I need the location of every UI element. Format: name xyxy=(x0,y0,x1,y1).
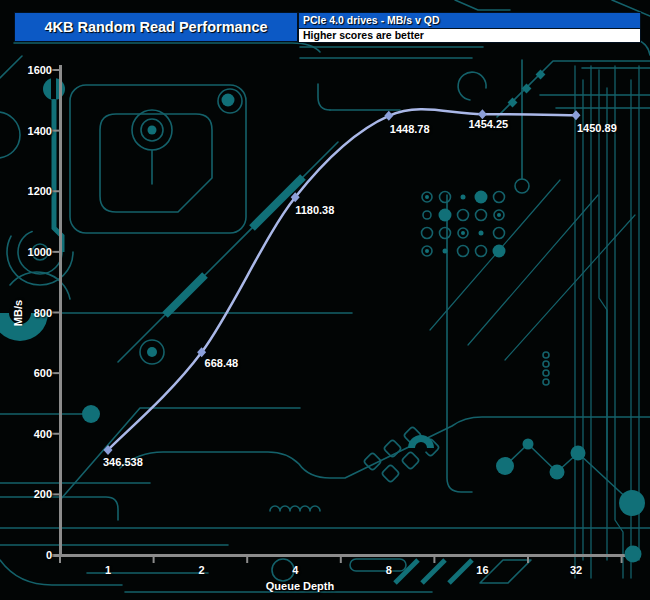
axes xyxy=(52,65,642,563)
data-label: 1450.89 xyxy=(577,122,617,135)
chart-subtitle: PCIe 4.0 drives - MB/s v QD xyxy=(298,12,641,28)
x-axis-title: Queue Depth xyxy=(210,580,390,592)
series-marker xyxy=(384,111,393,121)
x-tick-label: 32 xyxy=(556,563,596,577)
chart-subtitle-box: PCIe 4.0 drives - MB/s v QD Higher score… xyxy=(298,12,641,43)
series-line xyxy=(108,109,576,450)
chart-note: Higher scores are better xyxy=(298,28,641,43)
y-tick-label: 1000 xyxy=(14,245,52,259)
data-label: 1454.25 xyxy=(468,118,508,131)
x-tick-label: 2 xyxy=(182,563,222,577)
axis-end-pad xyxy=(625,546,642,563)
axis-tick-marks xyxy=(52,70,622,563)
data-label: 346.538 xyxy=(103,456,143,469)
y-tick-label: 0 xyxy=(14,548,52,562)
x-tick-label: 16 xyxy=(462,563,502,577)
x-tick-label: 4 xyxy=(275,563,315,577)
y-tick-label: 1600 xyxy=(14,63,52,77)
y-tick-label: 600 xyxy=(14,366,52,380)
x-tick-label: 1 xyxy=(88,563,128,577)
x-tick-label: 8 xyxy=(369,563,409,577)
y-tick-label: 1400 xyxy=(14,124,52,138)
chart-canvas: 4KB Random Read Performance PCIe 4.0 dri… xyxy=(0,0,650,600)
data-label: 1448.78 xyxy=(390,123,430,136)
chart-title: 4KB Random Read Performance xyxy=(44,19,267,35)
data-label: 668.48 xyxy=(205,357,239,370)
y-tick-label: 1200 xyxy=(14,184,52,198)
y-tick-label: 200 xyxy=(14,487,52,501)
data-series xyxy=(104,109,581,455)
y-tick-label: 800 xyxy=(14,306,52,320)
data-label: 1180.38 xyxy=(295,204,334,217)
series-marker xyxy=(572,110,581,120)
chart-title-bar: 4KB Random Read Performance xyxy=(14,12,298,42)
y-tick-label: 400 xyxy=(14,427,52,441)
plot-area xyxy=(0,0,650,600)
